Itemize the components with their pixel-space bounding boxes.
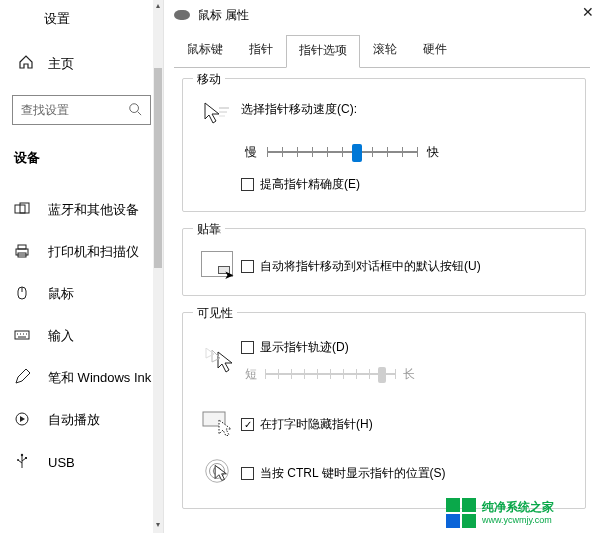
- pointer-speed-icon: [197, 101, 237, 129]
- svg-rect-20: [25, 457, 27, 459]
- checkbox-icon: [241, 418, 254, 431]
- checkbox-icon: [241, 467, 254, 480]
- checkbox-icon: [241, 260, 254, 273]
- scroll-thumb[interactable]: [154, 68, 162, 268]
- sidebar-item-label: 蓝牙和其他设备: [48, 201, 139, 219]
- tab-pointer-options[interactable]: 指针选项: [286, 35, 360, 68]
- visibility-group-label: 可见性: [193, 305, 237, 322]
- sidebar-item-printers[interactable]: 打印机和扫描仪: [0, 231, 163, 273]
- search-icon: [128, 102, 142, 119]
- pointer-trail-icon: [197, 348, 237, 376]
- sidebar-item-label: 鼠标: [48, 285, 74, 303]
- settings-title: 设置: [0, 0, 163, 28]
- snap-label: 自动将指针移动到对话框中的默认按钮(U): [260, 258, 481, 275]
- checkbox-icon: [241, 341, 254, 354]
- movement-group-label: 移动: [193, 71, 225, 88]
- scroll-up-arrow[interactable]: ▴: [153, 1, 163, 13]
- hide-pointer-typing-label: 在打字时隐藏指针(H): [260, 416, 373, 433]
- sidebar-item-autoplay[interactable]: 自动播放: [0, 399, 163, 441]
- hide-pointer-typing-icon: [197, 408, 237, 436]
- sidebar-item-label: 笔和 Windows Ink: [48, 369, 151, 387]
- scroll-down-arrow[interactable]: ▾: [153, 520, 163, 532]
- short-label: 短: [245, 366, 257, 383]
- snap-icon: ➤: [197, 251, 237, 277]
- pointer-trail-checkbox[interactable]: 显示指针轨迹(D): [241, 339, 571, 356]
- svg-rect-5: [18, 245, 26, 249]
- search-placeholder: 查找设置: [21, 102, 69, 119]
- sidebar-item-label: 打印机和扫描仪: [48, 243, 139, 261]
- visibility-group: 可见性 显示指针轨迹(D): [182, 312, 586, 509]
- pen-icon: [14, 369, 30, 388]
- sidebar-item-bluetooth-devices[interactable]: 蓝牙和其他设备: [0, 189, 163, 231]
- devices-icon: [14, 201, 30, 220]
- close-icon[interactable]: ✕: [582, 4, 594, 20]
- mouse-device-icon: [174, 10, 190, 20]
- usb-icon: [14, 453, 30, 472]
- pointer-trail-slider: 短 长: [241, 364, 571, 384]
- ctrl-locate-checkbox[interactable]: 当按 CTRL 键时显示指针的位置(S): [241, 465, 446, 482]
- home-label: 主页: [48, 55, 74, 73]
- pointer-speed-slider[interactable]: 慢 快: [241, 142, 571, 162]
- sidebar-scrollbar[interactable]: ▴ ▾: [153, 0, 163, 533]
- tab-buttons[interactable]: 鼠标键: [174, 34, 236, 67]
- mouse-properties-dialog: 鼠标 属性 ✕ 鼠标键 指针 指针选项 滚轮 硬件 移动: [163, 0, 600, 533]
- autoplay-icon: [14, 411, 30, 430]
- watermark-text: 纯净系统之家: [482, 501, 554, 514]
- snap-group-label: 贴靠: [193, 221, 225, 238]
- tab-hardware[interactable]: 硬件: [410, 34, 460, 67]
- search-input[interactable]: 查找设置: [12, 95, 151, 125]
- sidebar-item-pen-ink[interactable]: 笔和 Windows Ink: [0, 357, 163, 399]
- device-nav: 蓝牙和其他设备 打印机和扫描仪 鼠标 输入: [0, 189, 163, 483]
- svg-point-18: [21, 453, 23, 455]
- slow-label: 慢: [245, 144, 257, 161]
- long-label: 长: [403, 366, 415, 383]
- svg-line-1: [138, 111, 142, 115]
- sidebar-item-usb[interactable]: USB: [0, 441, 163, 483]
- keyboard-icon: [14, 327, 30, 346]
- svg-marker-16: [20, 416, 25, 422]
- ctrl-locate-label: 当按 CTRL 键时显示指针的位置(S): [260, 465, 446, 482]
- enhance-precision-checkbox[interactable]: 提高指针精确度(E): [241, 176, 571, 193]
- tab-content: 移动 选择指针移动速度(C): 慢: [164, 68, 600, 509]
- watermark-url: www.ycwmjy.com: [482, 515, 554, 525]
- pointer-speed-label: 选择指针移动速度(C):: [241, 101, 571, 118]
- pointer-trail-label: 显示指针轨迹(D): [260, 339, 349, 356]
- sidebar-item-label: 自动播放: [48, 411, 100, 429]
- home-nav-row[interactable]: 主页: [0, 28, 163, 73]
- ctrl-locate-icon: [197, 456, 237, 486]
- watermark: 纯净系统之家 www.ycwmjy.com: [440, 493, 600, 533]
- tab-pointers[interactable]: 指针: [236, 34, 286, 67]
- mouse-icon: [14, 285, 30, 304]
- svg-point-19: [17, 459, 19, 461]
- fast-label: 快: [427, 144, 439, 161]
- enhance-precision-label: 提高指针精确度(E): [260, 176, 360, 193]
- dialog-titlebar: 鼠标 属性: [164, 0, 600, 30]
- watermark-logo-icon: [446, 498, 476, 528]
- checkbox-icon: [241, 178, 254, 191]
- sidebar-item-label: 输入: [48, 327, 74, 345]
- sidebar-item-typing[interactable]: 输入: [0, 315, 163, 357]
- hide-pointer-typing-checkbox[interactable]: 在打字时隐藏指针(H): [241, 416, 373, 433]
- dialog-title: 鼠标 属性: [198, 7, 249, 24]
- sidebar-item-label: USB: [48, 455, 75, 470]
- svg-rect-9: [15, 331, 29, 339]
- movement-group: 移动 选择指针移动速度(C): 慢: [182, 78, 586, 212]
- printer-icon: [14, 243, 30, 262]
- device-header: 设备: [0, 125, 163, 167]
- svg-point-0: [130, 103, 139, 112]
- sidebar-item-mouse[interactable]: 鼠标: [0, 273, 163, 315]
- settings-sidebar: 设置 主页 查找设置 设备 蓝牙和其他设备: [0, 0, 163, 533]
- snap-group: 贴靠 ➤ 自动将指针移动到对话框中的默认按钮(U): [182, 228, 586, 296]
- home-icon: [18, 54, 34, 73]
- tab-wheel[interactable]: 滚轮: [360, 34, 410, 67]
- snap-checkbox[interactable]: 自动将指针移动到对话框中的默认按钮(U): [241, 258, 481, 275]
- tabstrip: 鼠标键 指针 指针选项 滚轮 硬件: [174, 34, 600, 67]
